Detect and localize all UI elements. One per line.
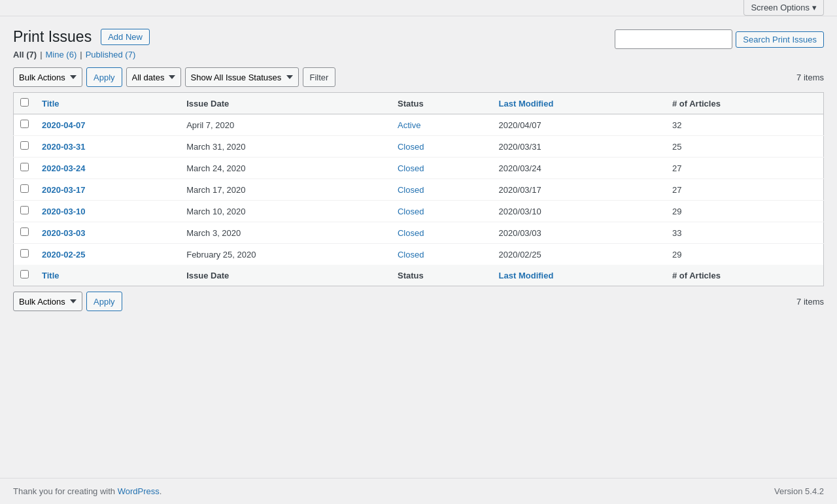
- screen-options-button[interactable]: Screen Options ▾: [743, 0, 824, 16]
- table-row: 2020-03-31 March 31, 2020 Closed 2020/03…: [14, 136, 824, 158]
- row-checkbox[interactable]: [20, 141, 29, 150]
- title-sort-link[interactable]: Title: [42, 99, 60, 109]
- filter-mine-link[interactable]: Mine (6): [46, 50, 77, 59]
- version-info: Version 5.4.2: [774, 486, 824, 496]
- filter-published-link[interactable]: Published (7): [86, 50, 136, 59]
- items-count-top: 7 items: [796, 73, 824, 82]
- row-last-modified-cell: 2020/03/03: [492, 222, 666, 244]
- add-new-button[interactable]: Add New: [101, 29, 150, 45]
- row-articles-cell: 27: [666, 158, 824, 179]
- row-checkbox-cell: [14, 222, 36, 244]
- bottom-tablenav: Bulk Actions Apply 7 items: [13, 292, 824, 311]
- page-title: Print Issues: [13, 28, 92, 46]
- row-checkbox[interactable]: [20, 120, 29, 128]
- title-column-header: Title: [35, 93, 180, 114]
- articles-footer-column: # of Articles: [666, 265, 824, 286]
- bulk-actions-bottom-select[interactable]: Bulk Actions: [13, 292, 82, 311]
- table-row: 2020-02-25 February 25, 2020 Closed 2020…: [14, 244, 824, 265]
- row-checkbox-cell: [14, 201, 36, 222]
- issue-title-link[interactable]: 2020-04-07: [42, 120, 86, 130]
- row-checkbox[interactable]: [20, 249, 29, 258]
- dates-filter-select[interactable]: All dates: [126, 67, 181, 87]
- filter-button[interactable]: Filter: [303, 67, 336, 87]
- row-checkbox[interactable]: [20, 163, 29, 171]
- last-modified-column-header: Last Modified: [492, 93, 666, 114]
- status-link[interactable]: Closed: [398, 163, 424, 173]
- row-issue-date-cell: March 24, 2020: [180, 158, 391, 179]
- row-last-modified-cell: 2020/03/17: [492, 179, 666, 201]
- issue-title-link[interactable]: 2020-02-25: [42, 250, 86, 260]
- search-print-issues-button[interactable]: Search Print Issues: [736, 31, 824, 48]
- row-checkbox-cell: [14, 179, 36, 201]
- sub-nav: All (7) | Mine (6) | Published (7): [13, 50, 150, 59]
- top-tablenav: Bulk Actions Apply All dates Show All Is…: [13, 67, 824, 87]
- table-row: 2020-03-24 March 24, 2020 Closed 2020/03…: [14, 158, 824, 179]
- wordpress-link[interactable]: WordPress: [118, 486, 160, 496]
- table-row: 2020-03-10 March 10, 2020 Closed 2020/03…: [14, 201, 824, 222]
- row-issue-date-cell: March 31, 2020: [180, 136, 391, 158]
- row-issue-date-cell: March 10, 2020: [180, 201, 391, 222]
- row-title-cell: 2020-03-03: [35, 222, 180, 244]
- status-footer-column: Status: [391, 265, 492, 286]
- table-row: 2020-03-03 March 3, 2020 Closed 2020/03/…: [14, 222, 824, 244]
- footer-credit: Thank you for creating with WordPress.: [13, 486, 162, 496]
- articles-column-header: # of Articles: [666, 93, 824, 114]
- apply-top-button[interactable]: Apply: [86, 67, 122, 87]
- row-issue-date-cell: April 7, 2020: [180, 114, 391, 136]
- apply-bottom-button[interactable]: Apply: [86, 292, 122, 311]
- row-title-cell: 2020-03-24: [35, 158, 180, 179]
- row-articles-cell: 29: [666, 201, 824, 222]
- print-issues-table: Title Issue Date Status Last Modified # …: [13, 92, 824, 286]
- row-status-cell: Closed: [391, 179, 492, 201]
- row-articles-cell: 27: [666, 179, 824, 201]
- status-column-header: Status: [391, 93, 492, 114]
- issue-date-footer-column: Issue Date: [180, 265, 391, 286]
- row-last-modified-cell: 2020/03/31: [492, 136, 666, 158]
- bulk-actions-top-select[interactable]: Bulk Actions: [13, 67, 82, 87]
- select-all-checkbox[interactable]: [20, 98, 29, 107]
- select-all-footer-column: [14, 265, 36, 286]
- row-checkbox[interactable]: [20, 206, 29, 214]
- table-footer-row: Title Issue Date Status Last Modified # …: [14, 265, 824, 286]
- status-filter-select[interactable]: Show All Issue Statuses: [185, 67, 299, 87]
- issue-title-link[interactable]: 2020-03-17: [42, 185, 86, 195]
- row-last-modified-cell: 2020/04/07: [492, 114, 666, 136]
- row-status-cell: Closed: [391, 136, 492, 158]
- row-checkbox[interactable]: [20, 227, 29, 236]
- filter-all-link[interactable]: All (7): [13, 50, 37, 59]
- issue-title-link[interactable]: 2020-03-03: [42, 228, 86, 238]
- title-footer-sort-link[interactable]: Title: [42, 271, 60, 280]
- status-link[interactable]: Closed: [398, 228, 424, 238]
- row-checkbox-cell: [14, 158, 36, 179]
- items-count-bottom: 7 items: [796, 297, 824, 307]
- row-status-cell: Closed: [391, 201, 492, 222]
- table-body: 2020-04-07 April 7, 2020 Active 2020/04/…: [14, 114, 824, 265]
- row-articles-cell: 25: [666, 136, 824, 158]
- row-last-modified-cell: 2020/03/10: [492, 201, 666, 222]
- search-area: Search Print Issues: [615, 29, 824, 49]
- row-last-modified-cell: 2020/02/25: [492, 244, 666, 265]
- status-link[interactable]: Active: [398, 120, 420, 130]
- status-link[interactable]: Closed: [398, 185, 424, 195]
- table-row: 2020-04-07 April 7, 2020 Active 2020/04/…: [14, 114, 824, 136]
- row-title-cell: 2020-03-17: [35, 179, 180, 201]
- row-checkbox-cell: [14, 244, 36, 265]
- title-footer-column: Title: [35, 265, 180, 286]
- row-articles-cell: 29: [666, 244, 824, 265]
- issue-title-link[interactable]: 2020-03-10: [42, 207, 86, 216]
- row-issue-date-cell: March 3, 2020: [180, 222, 391, 244]
- row-status-cell: Closed: [391, 222, 492, 244]
- row-checkbox[interactable]: [20, 184, 29, 193]
- last-modified-sort-link[interactable]: Last Modified: [499, 99, 554, 109]
- select-all-footer-checkbox[interactable]: [20, 270, 29, 278]
- select-all-column: [14, 93, 36, 114]
- table-header-row: Title Issue Date Status Last Modified # …: [14, 93, 824, 114]
- issue-title-link[interactable]: 2020-03-31: [42, 142, 86, 152]
- status-link[interactable]: Closed: [398, 142, 424, 152]
- status-link[interactable]: Closed: [398, 250, 424, 260]
- last-modified-footer-sort-link[interactable]: Last Modified: [499, 271, 554, 280]
- row-issue-date-cell: March 17, 2020: [180, 179, 391, 201]
- issue-title-link[interactable]: 2020-03-24: [42, 163, 86, 173]
- status-link[interactable]: Closed: [398, 207, 424, 216]
- search-input[interactable]: [615, 29, 732, 49]
